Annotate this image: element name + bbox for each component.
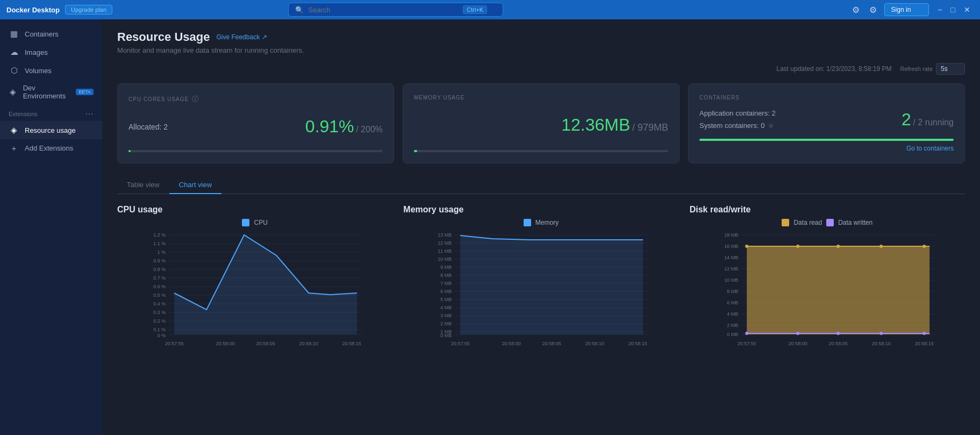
sidebar-item-add-extensions[interactable]: + Add Extensions — [0, 139, 102, 157]
memory-denom: / 979MB — [632, 122, 668, 133]
sidebar-item-volumes[interactable]: ⬡ Volumes — [0, 61, 102, 80]
page-header: Resource Usage Give Feedback ↗ Monitor a… — [117, 30, 965, 54]
write-dot-1 — [745, 332, 748, 335]
sidebar-item-images[interactable]: ☁ Images — [0, 43, 102, 61]
search-shortcut: Ctrl+K — [463, 5, 487, 14]
memory-mb: 12.36MB — [561, 115, 630, 134]
cpu-progress-bar — [128, 150, 383, 152]
cpu-area — [174, 235, 357, 334]
svg-text:18 MB: 18 MB — [724, 232, 738, 238]
memory-area — [460, 236, 643, 334]
svg-text:20:58:10: 20:58:10 — [871, 341, 890, 346]
memory-chart-legend: Memory — [403, 219, 678, 226]
refresh-rate-control: Refresh rate 5s 1s 2s 10s 30s — [900, 63, 965, 75]
containers-info: Application containers: 2 System contain… — [699, 107, 776, 132]
svg-text:0.7 %: 0.7 % — [153, 275, 166, 281]
cpu-legend-label: CPU — [254, 219, 267, 226]
read-dot-3 — [836, 245, 840, 248]
user-icon: 👤 — [914, 6, 922, 13]
refresh-rate-select[interactable]: 5s 1s 2s 10s 30s — [936, 63, 965, 75]
svg-text:4 MB: 4 MB — [440, 305, 452, 310]
svg-text:0 MB: 0 MB — [440, 333, 452, 338]
brand-label: Docker Desktop — [6, 6, 60, 14]
svg-text:0.5 %: 0.5 % — [153, 293, 166, 298]
disk-chart-legend: Data read Data written — [690, 219, 965, 226]
memory-progress-bar — [414, 150, 668, 152]
search-input[interactable] — [308, 6, 459, 14]
read-dot-5 — [922, 245, 926, 248]
sidebar: ▦ Containers ☁ Images ⬡ Volumes ◈ Dev En… — [0, 19, 102, 435]
svg-text:8 MB: 8 MB — [727, 289, 738, 294]
sidebar-item-resource-usage[interactable]: ◈ Resource usage — [0, 121, 102, 139]
sys-containers-label: System containers: 0 — [699, 122, 764, 130]
svg-text:0 MB: 0 MB — [727, 332, 738, 337]
svg-text:20:57:55: 20:57:55 — [451, 341, 470, 346]
write-dot-5 — [922, 332, 926, 335]
add-extensions-icon: + — [9, 144, 19, 153]
disk-chart-title: Disk read/write — [690, 205, 965, 215]
svg-text:2 MB: 2 MB — [440, 321, 452, 326]
memory-chart-title: Memory usage — [403, 205, 678, 215]
extensions-menu-button[interactable]: ⋯ — [85, 109, 94, 119]
tab-table-view[interactable]: Table view — [117, 176, 169, 194]
svg-text:16 MB: 16 MB — [724, 244, 738, 249]
svg-text:1 %: 1 % — [158, 249, 166, 255]
maximize-button[interactable]: □ — [948, 4, 958, 15]
memory-legend-box — [524, 219, 531, 226]
go-to-containers-link[interactable]: Go to containers — [906, 145, 954, 152]
write-dot-4 — [879, 332, 883, 335]
svg-text:20:57:55: 20:57:55 — [737, 341, 756, 346]
sys-containers-row: System containers: 0 — [699, 119, 776, 132]
charts-row: CPU usage CPU — [117, 205, 965, 348]
volumes-icon: ⬡ — [9, 66, 19, 75]
window-controls: − □ ✕ — [934, 4, 974, 15]
sidebar-label-add-extensions: Add Extensions — [25, 144, 73, 152]
containers-running: 2 — [902, 110, 911, 129]
containers-stat-card: CONTAINERS Application containers: 2 Sys… — [688, 83, 965, 163]
sidebar-label-resource-usage: Resource usage — [25, 126, 76, 134]
svg-text:20:58:05: 20:58:05 — [256, 341, 275, 346]
svg-text:12 MB: 12 MB — [438, 240, 452, 246]
tab-chart-view[interactable]: Chart view — [169, 176, 221, 194]
sidebar-item-containers[interactable]: ▦ Containers — [0, 25, 102, 43]
feedback-link[interactable]: Give Feedback ↗ — [216, 33, 267, 41]
svg-text:8 MB: 8 MB — [440, 273, 452, 278]
upgrade-button[interactable]: Upgrade plan — [65, 5, 112, 15]
app-containers-label: Application containers: 2 — [699, 107, 776, 119]
memory-chart-container: Memory usage Memory — [403, 205, 678, 348]
beta-badge: BETA — [76, 89, 94, 95]
cpu-value-row: Allocated: 2 0.91% / 200% — [128, 117, 383, 137]
svg-text:5 MB: 5 MB — [440, 297, 452, 302]
images-icon: ☁ — [9, 47, 19, 57]
data-written-legend-box — [826, 219, 834, 226]
extensions-icon-btn[interactable]: ⚙ — [850, 3, 862, 17]
read-dot-2 — [796, 245, 799, 248]
svg-text:0.2 %: 0.2 % — [153, 318, 166, 324]
cpu-info-icon[interactable]: ⓘ — [192, 95, 199, 104]
svg-text:0.1 %: 0.1 % — [153, 327, 166, 332]
containers-progress-bar — [699, 139, 954, 141]
cpu-card-label: CPU CORES USAGE ⓘ — [128, 95, 383, 104]
cpu-legend-box — [242, 219, 249, 226]
svg-text:20:58:05: 20:58:05 — [828, 341, 847, 346]
cpu-allocated: Allocated: 2 — [128, 123, 168, 131]
cpu-denom: / 200% — [356, 125, 383, 134]
svg-text:20:58:15: 20:58:15 — [628, 341, 647, 346]
settings-icon-btn[interactable]: ⚙ — [867, 3, 879, 17]
minimize-button[interactable]: − — [934, 4, 945, 15]
containers-card-label: CONTAINERS — [699, 95, 954, 101]
svg-text:6 MB: 6 MB — [440, 289, 452, 294]
search-bar: 🔍 Ctrl+K — [288, 3, 503, 17]
svg-text:3 MB: 3 MB — [440, 313, 452, 318]
close-button[interactable]: ✕ — [961, 4, 974, 15]
svg-text:0.6 %: 0.6 % — [153, 284, 166, 289]
signin-button[interactable]: Sign in 👤 — [884, 3, 929, 16]
feedback-label: Give Feedback — [216, 33, 260, 41]
svg-text:20:58:15: 20:58:15 — [342, 341, 361, 346]
svg-text:4 MB: 4 MB — [727, 311, 738, 317]
svg-text:1.2 %: 1.2 % — [153, 232, 166, 238]
memory-stat-card: MEMORY USAGE 12.36MB / 979MB — [403, 83, 679, 163]
data-written-legend-label: Data written — [838, 219, 872, 226]
svg-text:6 MB: 6 MB — [727, 300, 738, 305]
sidebar-item-dev-environments[interactable]: ◈ Dev Environments BETA — [0, 80, 102, 104]
